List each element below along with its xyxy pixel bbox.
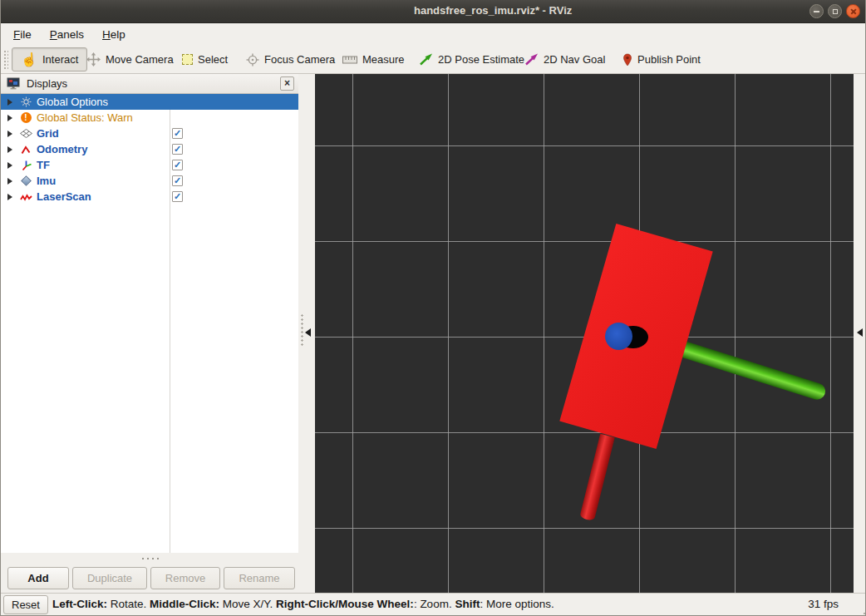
blue-axis-disc <box>605 323 632 350</box>
add-display-button[interactable]: Add <box>7 567 69 589</box>
duplicate-display-button[interactable]: Duplicate <box>72 567 147 589</box>
rviz-window: handsfree_ros_imu.rviz* - RViz File Pane… <box>0 0 866 616</box>
expander-icon[interactable] <box>7 146 12 153</box>
3d-viewport[interactable] <box>315 74 854 593</box>
title-bar: handsfree_ros_imu.rviz* - RViz <box>1 0 866 23</box>
display-row-imu[interactable]: Imu <box>1 173 298 189</box>
displays-tree: Global Options ! Global Status: Warn <box>1 94 298 553</box>
checkbox-imu[interactable]: ✓ <box>172 175 183 186</box>
interact-tool-button[interactable]: ☝ Interact <box>12 47 87 71</box>
pose-estimate-tool-button[interactable]: 2D Pose Estimate <box>419 46 524 73</box>
resize-grip[interactable] <box>864 613 865 614</box>
display-row-global-status[interactable]: ! Global Status: Warn <box>1 110 298 126</box>
window-controls <box>809 4 860 18</box>
displays-panel-header: Displays × <box>1 74 298 94</box>
row-label: Odometry <box>37 143 87 155</box>
expander-icon[interactable] <box>7 194 12 200</box>
expander-icon[interactable] <box>7 162 12 169</box>
displays-panel: Displays × G <box>1 74 298 593</box>
ruler-icon <box>342 56 357 64</box>
display-row-odometry[interactable]: Odometry <box>1 141 298 157</box>
warning-icon: ! <box>19 112 32 124</box>
display-row-grid[interactable]: Grid <box>1 126 298 141</box>
menu-panels[interactable]: Panels <box>41 26 93 43</box>
collapse-right-arrow-icon[interactable] <box>857 328 863 337</box>
move-arrows-icon <box>86 52 101 67</box>
select-tool-button[interactable]: Select <box>182 46 228 73</box>
menu-help[interactable]: Help <box>93 26 135 43</box>
checkbox-odometry[interactable]: ✓ <box>172 144 183 155</box>
focus-crosshair-icon <box>246 53 259 67</box>
maximize-icon <box>833 9 838 14</box>
row-label: Grid <box>37 127 59 140</box>
menu-bar: File Panels Help <box>1 23 866 46</box>
checkbox-tf[interactable]: ✓ <box>172 160 183 170</box>
right-panel-splitter[interactable] <box>854 74 866 593</box>
menu-file[interactable]: File <box>4 26 41 43</box>
left-panel-splitter[interactable] <box>298 74 315 593</box>
display-row-global-options[interactable]: Global Options <box>1 94 298 110</box>
laserscan-icon <box>19 191 32 203</box>
green-arrow-icon <box>419 53 433 66</box>
displays-panel-title: Displays <box>27 77 67 90</box>
display-row-tf[interactable]: TF <box>1 157 298 173</box>
minimize-button[interactable] <box>809 4 824 18</box>
display-row-laserscan[interactable]: LaserScan <box>1 189 298 205</box>
map-pin-icon <box>622 53 632 67</box>
imu-icon <box>19 175 32 187</box>
magenta-arrow-icon <box>524 53 539 66</box>
selection-box-icon <box>182 54 193 65</box>
row-label: TF <box>37 159 50 171</box>
row-label: Imu <box>37 175 56 187</box>
panel-splitter-handle[interactable] <box>140 557 159 560</box>
collapse-left-arrow-icon[interactable] <box>305 328 311 337</box>
minimize-icon <box>814 11 819 12</box>
fps-counter: 31 fps <box>808 598 839 610</box>
monitor-icon <box>7 77 22 91</box>
checkbox-laserscan[interactable]: ✓ <box>172 191 183 202</box>
focus-camera-tool-button[interactable]: Focus Camera <box>246 46 335 73</box>
close-button[interactable] <box>846 4 860 18</box>
move-camera-tool-button[interactable]: Move Camera <box>86 46 174 73</box>
toolbar-drag-handle[interactable] <box>3 50 8 70</box>
status-bar: Reset Left-Click: Rotate. Middle-Click: … <box>1 593 866 616</box>
tf-axes-icon <box>19 160 32 171</box>
expander-icon[interactable] <box>7 99 12 106</box>
green-axis-cylinder <box>678 340 828 402</box>
nav-goal-tool-button[interactable]: 2D Nav Goal <box>524 46 605 73</box>
expander-icon[interactable] <box>7 178 12 185</box>
red-axis-cylinder <box>579 434 615 521</box>
hand-cursor-icon: ☝ <box>21 53 37 67</box>
expander-icon[interactable] <box>7 131 12 137</box>
displays-panel-close-button[interactable]: × <box>280 76 294 91</box>
maximize-button[interactable] <box>828 4 842 18</box>
reset-button[interactable]: Reset <box>3 595 48 614</box>
publish-point-tool-button[interactable]: Publish Point <box>622 46 701 73</box>
odometry-icon <box>19 144 32 155</box>
expander-icon[interactable] <box>7 115 12 121</box>
grid-icon <box>19 128 32 140</box>
rename-display-button[interactable]: Rename <box>224 567 295 589</box>
row-label: Global Options <box>37 96 108 108</box>
mouse-help-text: Left-Click: Rotate. Middle-Click: Move X… <box>52 598 554 610</box>
gear-icon <box>19 96 32 108</box>
measure-tool-button[interactable]: Measure <box>342 46 405 73</box>
remove-display-button[interactable]: Remove <box>150 567 220 589</box>
checkbox-grid[interactable]: ✓ <box>172 128 183 139</box>
window-title: handsfree_ros_imu.rviz* - RViz <box>414 4 572 17</box>
toolbar: ☝ Interact Move Camera Select Focus Came… <box>1 46 866 74</box>
row-label: Global Status: Warn <box>37 111 133 124</box>
row-label: LaserScan <box>37 190 91 203</box>
